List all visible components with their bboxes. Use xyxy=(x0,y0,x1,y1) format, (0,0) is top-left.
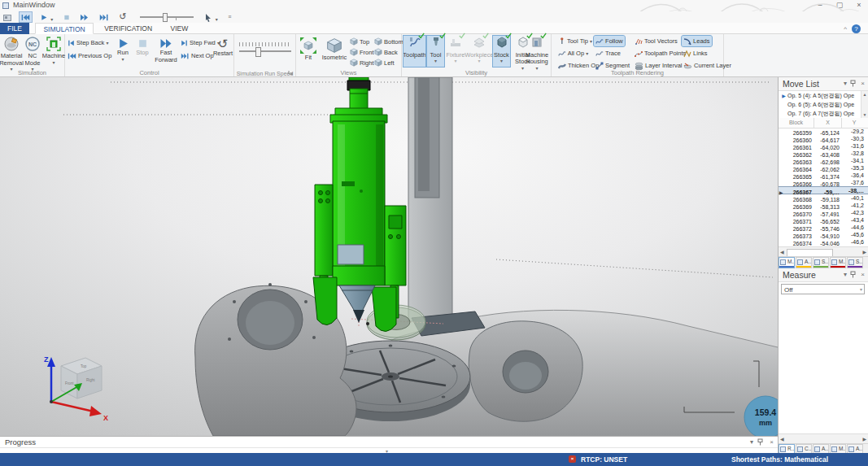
column-header-y[interactable]: Y xyxy=(842,118,866,128)
step-back-button[interactable]: Step Back ▾ xyxy=(68,37,108,49)
panel-tab[interactable]: M.. xyxy=(830,257,846,268)
visibility-machine-housing-button[interactable]: Machine Housing▾ xyxy=(524,36,550,67)
qat-pointer-button[interactable]: ▾ xyxy=(203,12,219,22)
visibility-fixture-button[interactable]: Fixture▾ xyxy=(446,36,465,67)
panel-tab[interactable]: S.. xyxy=(847,257,863,268)
qat-speed-slider[interactable] xyxy=(140,16,194,18)
move-list-row[interactable]: 266362-63,408-32,8 xyxy=(779,150,868,157)
dialog-launcher-icon[interactable] xyxy=(288,70,293,76)
panel-tab[interactable]: S.. xyxy=(813,257,829,268)
view-back-button[interactable]: Back xyxy=(374,47,398,59)
op-item[interactable]: Op. 7 (6): A 7(변경됨) Ope xyxy=(780,109,861,118)
fast-forward-button[interactable]: Fast Forward xyxy=(153,38,179,63)
close-button[interactable]: × xyxy=(850,0,868,11)
pin-icon[interactable] xyxy=(850,271,856,281)
move-list-row[interactable]: 266361-64,020-31,6 xyxy=(779,142,868,150)
panel-menu-icon[interactable]: ▾ xyxy=(844,80,847,88)
scroll-right-icon[interactable]: ▶ xyxy=(862,248,866,256)
collapse-ribbon-icon[interactable]: ^ xyxy=(844,25,847,33)
leads-button[interactable]: Leads xyxy=(682,36,712,46)
next-op-button[interactable]: Next Op xyxy=(181,50,214,62)
qat-stop-button[interactable] xyxy=(62,12,72,22)
minimize-button[interactable]: – xyxy=(811,0,829,11)
tool-vectors-button[interactable]: Tool Vectors xyxy=(633,36,679,46)
tab-verification[interactable]: VERIFICATION xyxy=(97,23,159,34)
trace-button[interactable]: Trace xyxy=(594,48,622,59)
op-item[interactable]: ▶Op. 5 (4): A 5(변경됨) Ope xyxy=(780,91,861,100)
move-list-row[interactable]: 266370-57,491-42,3 xyxy=(779,209,868,216)
view-left-button[interactable]: Left xyxy=(374,58,395,69)
slider-thumb[interactable] xyxy=(255,47,261,57)
pin-icon[interactable] xyxy=(850,80,856,89)
move-list-row[interactable]: 266359-65,124-29,2 xyxy=(779,128,868,135)
panel-tab[interactable]: A.. xyxy=(796,257,812,268)
qat-previous-op-button[interactable] xyxy=(20,12,32,22)
isometric-view-button[interactable]: Isometric xyxy=(321,37,348,62)
tab-file[interactable]: FILE xyxy=(0,23,29,34)
maximize-button[interactable]: ▢ xyxy=(831,0,848,11)
slider-thumb[interactable] xyxy=(163,13,168,22)
view-top-button[interactable]: Top xyxy=(350,37,369,48)
move-list-row[interactable]: 266372-55,746-44,6 xyxy=(779,224,868,231)
restart-button[interactable]: ↺Restart xyxy=(213,37,233,58)
run-button[interactable]: Run▾ xyxy=(114,38,132,63)
tab-simulation[interactable]: SIMULATION xyxy=(35,23,93,34)
links-button[interactable]: Links xyxy=(682,48,709,59)
fit-view-button[interactable]: Fit xyxy=(298,37,319,62)
move-list-row[interactable]: 266364-62,062-35,3 xyxy=(779,164,868,172)
view-right-button[interactable]: Right xyxy=(350,58,374,69)
machine-button[interactable]: Machine▾ xyxy=(43,36,64,66)
all-op-button[interactable]: All Op ▾ xyxy=(556,48,590,59)
move-list-row[interactable]: ▶266367-59,…-38,… xyxy=(779,186,868,194)
speed-slider[interactable] xyxy=(239,50,291,52)
scroll-left-icon[interactable]: ◀ xyxy=(780,435,784,443)
move-list-row[interactable]: 266371-56,652-43,4 xyxy=(779,216,868,224)
move-list-row[interactable]: 266360-64,617-30,3 xyxy=(779,135,868,142)
close-icon[interactable]: × xyxy=(861,271,865,279)
scroll-right-icon[interactable]: ▶ xyxy=(862,435,866,443)
move-list-row[interactable]: 266366-60,678-37,6 xyxy=(779,179,868,186)
view-bottom-button[interactable]: Bottom xyxy=(374,37,403,48)
tool-tip-button[interactable]: Tool Tip ▾ xyxy=(556,36,594,46)
qat-customize-button[interactable]: ≡ xyxy=(226,12,233,22)
dock-hscrollbar[interactable]: ◀ ▶ xyxy=(779,433,868,443)
move-list-row[interactable]: 266368-59,118-40,1 xyxy=(779,194,868,202)
scroll-up-icon[interactable]: ▲ xyxy=(861,92,868,97)
visibility-workpiece-button[interactable]: Workpiece▾ xyxy=(467,36,491,67)
toolpath-points-button[interactable]: Toolpath Points xyxy=(633,48,687,59)
visibility-tool-button[interactable]: Tool▾ xyxy=(427,36,444,67)
column-header-x[interactable]: X xyxy=(814,118,842,128)
close-icon[interactable]: × xyxy=(770,438,774,446)
move-list-hscrollbar[interactable]: ◀ ▶ xyxy=(779,246,868,256)
follow-button[interactable]: Follow xyxy=(594,36,625,46)
close-icon[interactable]: × xyxy=(861,80,865,88)
column-header-block[interactable]: Block xyxy=(779,118,814,128)
panel-menu-icon[interactable]: ▾ xyxy=(844,271,847,279)
qat-run-button[interactable]: ▾ xyxy=(39,12,55,22)
qat-restart-button[interactable]: ↺ xyxy=(117,12,128,22)
move-list-row[interactable]: 266374-54,046-46,6 xyxy=(779,238,868,246)
tab-view[interactable]: VIEW xyxy=(164,23,196,34)
stop-button[interactable]: Stop xyxy=(133,38,151,57)
previous-op-button[interactable]: Previous Op xyxy=(68,50,111,62)
move-list-row[interactable]: 266365-61,374-36,4 xyxy=(779,172,868,179)
measure-mode-select[interactable]: Off ▾ xyxy=(781,284,865,294)
help-icon[interactable]: ? xyxy=(852,24,861,33)
scroll-left-icon[interactable]: ◀ xyxy=(780,248,784,256)
view-front-button[interactable]: Front xyxy=(350,47,374,59)
panel-tab[interactable]: M.. xyxy=(779,257,795,268)
visibility-stock-button[interactable]: Stock▾ xyxy=(493,36,510,67)
move-list-row[interactable]: 266363-62,698-34,1 xyxy=(779,157,868,164)
move-list-row[interactable]: 266373-54,910-45,6 xyxy=(779,231,868,238)
move-list-row[interactable]: 266369-58,313-41,2 xyxy=(779,202,868,209)
material-removal-button[interactable]: Material Removal▾ xyxy=(1,36,22,72)
qat-app-icon[interactable] xyxy=(2,12,13,22)
qat-next-op-button[interactable] xyxy=(98,12,111,22)
panel-menu-icon[interactable]: ▾ xyxy=(750,438,753,446)
viewport-3d-scene[interactable]: Top Front Right Z X 159.4 mm xyxy=(0,77,778,436)
qat-fast-forward-button[interactable] xyxy=(78,12,90,22)
scroll-down-icon[interactable]: ▼ xyxy=(861,112,868,117)
op-list-scrollbar[interactable]: ▲ ▼ xyxy=(861,91,868,118)
op-item[interactable]: Op. 6 (5): A 6(변경됨) Ope xyxy=(780,100,861,109)
pin-icon[interactable] xyxy=(757,438,763,448)
